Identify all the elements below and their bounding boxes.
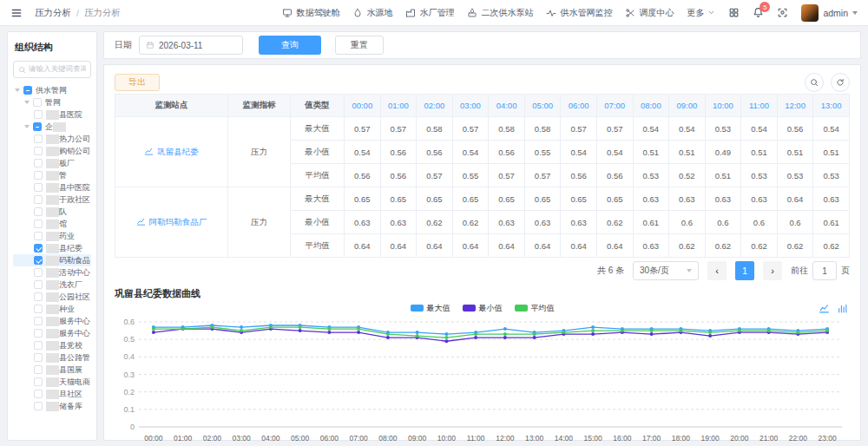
tree-checkbox[interactable] xyxy=(34,171,43,180)
legend-item-平均值[interactable]: 平均值 xyxy=(515,303,555,314)
tree-checkbox[interactable] xyxy=(34,341,43,350)
tree-expand-icon[interactable] xyxy=(24,125,30,128)
tree-node-供水管网[interactable]: 供水管网 xyxy=(13,84,91,96)
tree-search-input[interactable]: 请输入关键词查询 xyxy=(13,61,91,78)
tree-checkbox[interactable] xyxy=(34,353,43,362)
tree-checkbox[interactable] xyxy=(34,244,43,253)
tree-checkbox[interactable] xyxy=(34,305,43,313)
masked-text xyxy=(46,232,59,241)
tree-node-购销公司[interactable]: 购销公司 xyxy=(13,145,91,157)
station-link[interactable]: 阿勒玛勒食品厂 xyxy=(149,217,207,226)
tree-node-药业[interactable]: 药业 xyxy=(13,230,91,242)
line-chart-icon[interactable] xyxy=(819,303,830,314)
legend-item-最小值[interactable]: 最小值 xyxy=(463,303,503,314)
tree-checkbox[interactable] xyxy=(34,256,43,265)
tree-node-码勒食品[interactable]: 码勒食品 xyxy=(13,254,91,266)
tree-checkbox[interactable] xyxy=(34,329,43,338)
date-picker[interactable]: 2026-03-11 xyxy=(139,36,243,55)
tree-node-县纪委[interactable]: 县纪委 xyxy=(13,242,91,254)
export-button[interactable]: 导出 xyxy=(115,74,160,91)
tree-expand-icon[interactable] xyxy=(15,89,20,92)
search-button[interactable]: 查询 xyxy=(259,36,321,55)
tree-checkbox[interactable] xyxy=(34,183,43,192)
tree-checkbox[interactable] xyxy=(23,86,32,95)
tree-node-县国展[interactable]: 县国展 xyxy=(13,364,91,376)
tree-node-板厂[interactable]: 板厂 xyxy=(13,157,91,169)
value-cell: 0.53 xyxy=(813,164,850,187)
tree-checkbox[interactable] xyxy=(34,220,43,228)
tree-checkbox[interactable] xyxy=(34,365,43,374)
fullscreen-scan-icon[interactable] xyxy=(777,7,788,18)
table-refresh-icon[interactable] xyxy=(831,73,850,92)
page-size-select[interactable]: 30条/页 xyxy=(633,261,699,280)
tree-checkbox[interactable] xyxy=(34,110,43,119)
tree-node-活动中心[interactable]: 活动中心 xyxy=(13,266,91,279)
tree-node-天猫电商[interactable]: 天猫电商 xyxy=(13,376,91,388)
nav-item-调度中心[interactable]: 调度中心 xyxy=(625,7,674,19)
table-header-time: 00:00 xyxy=(345,95,381,117)
tree-node-企[interactable]: 企 xyxy=(13,121,91,133)
tree-node-县公路管[interactable]: 县公路管 xyxy=(13,351,91,364)
nav-item-供水管网监控[interactable]: 供水管网监控 xyxy=(546,7,612,19)
pressure-data-table: 监测站点监测指标值类型00:0001:0002:0003:0004:0005:0… xyxy=(115,94,850,258)
tree-expand-icon[interactable] xyxy=(24,101,30,104)
tree-node-种业[interactable]: 种业 xyxy=(13,303,91,315)
bar-chart-icon[interactable] xyxy=(837,303,848,314)
tree-node-于政社区[interactable]: 于政社区 xyxy=(13,193,91,206)
tree-node-管[interactable]: 管 xyxy=(13,169,91,181)
tree-checkbox[interactable] xyxy=(34,390,43,398)
tree-node-旦社区[interactable]: 旦社区 xyxy=(13,388,91,400)
user-menu[interactable]: admin xyxy=(801,4,858,22)
tree-node-馆[interactable]: 馆 xyxy=(13,218,91,230)
tree-checkbox[interactable] xyxy=(34,280,43,289)
tree-node-管网[interactable]: 管网 xyxy=(13,96,91,108)
tree-node-热力公司[interactable]: 热力公司 xyxy=(13,133,91,145)
tree-checkbox[interactable] xyxy=(34,268,43,277)
tree-node-洗衣厂[interactable]: 洗衣厂 xyxy=(13,279,91,291)
tree-checkbox[interactable] xyxy=(34,402,43,410)
goto-page-input[interactable] xyxy=(812,261,837,280)
table-row: 巩留县纪委压力最大值0.570.570.580.570.580.580.570.… xyxy=(115,117,850,141)
value-cell: 0.51 xyxy=(777,141,813,164)
breadcrumb-item[interactable]: 压力分析 xyxy=(35,7,71,19)
tree-node-县中医院[interactable]: 县中医院 xyxy=(13,181,91,193)
tree-node-县党校[interactable]: 县党校 xyxy=(13,339,91,351)
tree-checkbox[interactable] xyxy=(34,292,43,301)
table-search-icon[interactable] xyxy=(805,73,824,92)
collapse-menu-icon[interactable] xyxy=(10,7,23,19)
next-page-button[interactable]: › xyxy=(763,261,782,280)
value-cell: 0.64 xyxy=(417,234,453,258)
value-cell: 0.63 xyxy=(524,211,561,234)
tree-checkbox[interactable] xyxy=(34,195,43,204)
tree-node-县医院[interactable]: 县医院 xyxy=(13,108,91,121)
tree-checkbox[interactable] xyxy=(34,147,43,155)
tree-checkbox[interactable] xyxy=(34,232,43,240)
reset-button[interactable]: 重置 xyxy=(335,36,384,55)
value-cell: 0.63 xyxy=(345,211,381,234)
nav-item-更多[interactable]: 更多 xyxy=(687,7,715,19)
pulse-icon xyxy=(546,8,556,18)
tree-node-服务中心[interactable]: 服务中心 xyxy=(13,327,91,339)
page-number-1[interactable]: 1 xyxy=(735,261,754,280)
nav-item-二次供水泵站[interactable]: 二次供水泵站 xyxy=(467,7,533,19)
station-link[interactable]: 巩留县纪委 xyxy=(157,147,199,156)
nav-item-数据驾驶舱[interactable]: 数据驾驶舱 xyxy=(282,7,339,19)
tree-checkbox[interactable] xyxy=(34,159,43,167)
tree-checkbox[interactable] xyxy=(34,207,43,216)
tree-checkbox[interactable] xyxy=(33,122,42,131)
tree-checkbox[interactable] xyxy=(33,98,42,107)
tree-checkbox[interactable] xyxy=(34,134,43,143)
tree-node-队[interactable]: 队 xyxy=(13,206,91,218)
apps-grid-icon[interactable] xyxy=(728,7,740,18)
tree-node-储备库[interactable]: 储备库 xyxy=(13,400,91,412)
tree-node-公园社区[interactable]: 公园社区 xyxy=(13,291,91,303)
tree-node-服务中心[interactable]: 服务中心 xyxy=(13,315,91,327)
tree-checkbox[interactable] xyxy=(34,377,43,386)
legend-item-最大值[interactable]: 最大值 xyxy=(411,303,450,314)
notification-bell-icon[interactable]: 5 xyxy=(753,7,764,18)
prev-page-button[interactable]: ‹ xyxy=(707,261,727,280)
nav-item-水源地[interactable]: 水源地 xyxy=(352,7,392,19)
tree-checkbox[interactable] xyxy=(34,317,43,325)
nav-item-水厂管理[interactable]: 水厂管理 xyxy=(405,7,454,19)
search-icon xyxy=(18,66,26,74)
